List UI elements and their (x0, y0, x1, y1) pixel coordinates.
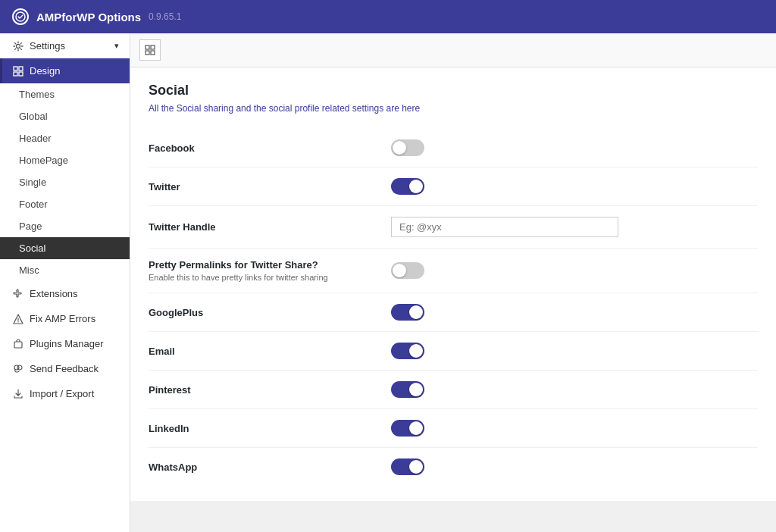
toggle-whatsapp[interactable] (391, 458, 424, 475)
sidebar-sub-misc[interactable]: Misc (0, 259, 130, 281)
label-twitter-handle: Twitter Handle (149, 221, 391, 233)
import-icon (13, 389, 23, 399)
sidebar-sub-page[interactable]: Page (0, 215, 130, 237)
sidebar-item-fix-amp[interactable]: Fix AMP Errors (0, 306, 130, 331)
feedback-label: Send Feedback (30, 363, 99, 374)
section-title: Social (149, 83, 758, 99)
grid-icon[interactable] (139, 39, 161, 61)
sidebar-sub-single[interactable]: Single (0, 171, 130, 193)
row-pinterest: Pinterest (149, 371, 758, 409)
app-title: AMPforWP Options (36, 11, 141, 23)
row-googleplus: GooglePlus (149, 293, 758, 332)
twitter-handle-input[interactable] (391, 217, 618, 237)
settings-icon (13, 41, 23, 52)
top-bar: AMPforWP Options 0.9.65.1 (0, 0, 776, 33)
toggle-linkedin[interactable] (391, 420, 424, 437)
label-facebook: Facebook (149, 142, 391, 154)
main-area: Social All the Social sharing and the so… (130, 33, 776, 532)
design-label: Design (30, 65, 60, 77)
label-twitter: Twitter (149, 181, 391, 192)
sidebar-item-settings[interactable]: Settings ▾ (0, 33, 130, 58)
extensions-icon (13, 289, 23, 299)
control-email (391, 343, 758, 359)
app-version: 0.9.65.1 (149, 11, 181, 22)
svg-point-8 (17, 365, 22, 370)
design-icon (13, 66, 23, 77)
toggle-whatsapp-knob (409, 460, 423, 474)
toggle-pretty-permalinks-knob (393, 264, 406, 277)
row-linkedin: LinkedIn (149, 409, 758, 448)
label-googleplus: GooglePlus (149, 307, 391, 318)
svg-rect-3 (19, 67, 23, 70)
control-whatsapp (391, 458, 758, 475)
toggle-linkedin-knob (409, 421, 423, 435)
toggle-email[interactable] (391, 343, 424, 359)
svg-rect-2 (14, 67, 17, 70)
control-pinterest (391, 381, 758, 398)
import-label: Import / Export (30, 388, 94, 399)
row-twitter-handle: Twitter Handle (149, 206, 758, 249)
toggle-pinterest[interactable] (391, 381, 424, 398)
label-linkedin: LinkedIn (149, 423, 391, 434)
label-whatsapp: WhatsApp (149, 462, 391, 473)
svg-rect-9 (146, 45, 149, 49)
plugins-icon (13, 339, 23, 349)
sidebar-sub-social[interactable]: Social (0, 237, 130, 259)
svg-rect-6 (14, 342, 22, 348)
toggle-googleplus-knob (409, 305, 423, 319)
sidebar-sub-footer[interactable]: Footer (0, 193, 130, 215)
control-linkedin (391, 420, 758, 437)
section-subtitle: All the Social sharing and the social pr… (149, 103, 758, 114)
sidebar: Settings ▾ Design Themes Global Header H… (0, 33, 130, 532)
svg-rect-4 (14, 72, 17, 76)
label-pinterest: Pinterest (149, 384, 391, 396)
svg-rect-10 (151, 45, 155, 49)
toolbar (130, 33, 776, 67)
row-pretty-permalinks: Pretty Permalinks for Twitter Share? Ena… (149, 249, 758, 293)
toggle-pretty-permalinks[interactable] (391, 262, 424, 279)
row-twitter: Twitter (149, 167, 758, 206)
svg-rect-11 (146, 51, 149, 55)
plugins-label: Plugins Manager (30, 338, 104, 349)
feedback-icon (13, 364, 23, 374)
settings-label: Settings (30, 40, 65, 52)
sidebar-item-feedback[interactable]: Send Feedback (0, 356, 130, 381)
fix-amp-icon (13, 314, 23, 324)
sidebar-sub-header[interactable]: Header (0, 127, 130, 149)
sidebar-item-import[interactable]: Import / Export (0, 381, 130, 406)
label-email: Email (149, 346, 391, 357)
content-area: Social All the Social sharing and the so… (130, 67, 776, 501)
toggle-twitter[interactable] (391, 178, 424, 195)
row-whatsapp: WhatsApp (149, 448, 758, 486)
svg-rect-12 (151, 51, 155, 55)
chevron-icon: ▾ (114, 41, 119, 51)
svg-rect-5 (19, 72, 23, 76)
row-facebook: Facebook (149, 129, 758, 167)
sidebar-sub-global[interactable]: Global (0, 105, 130, 127)
sidebar-item-design[interactable]: Design (0, 58, 130, 83)
control-googleplus (391, 304, 758, 321)
toggle-email-knob (409, 344, 423, 358)
label-pretty-permalinks: Pretty Permalinks for Twitter Share? Ena… (149, 259, 391, 282)
control-pretty-permalinks (391, 262, 758, 279)
toggle-facebook[interactable] (391, 139, 424, 156)
fix-amp-label: Fix AMP Errors (30, 313, 95, 324)
sidebar-sub-homepage[interactable]: HomePage (0, 149, 130, 171)
sidebar-item-plugins[interactable]: Plugins Manager (0, 331, 130, 356)
control-facebook (391, 139, 758, 156)
sub-label-pretty-permalinks: Enable this to have pretty links for twi… (149, 273, 391, 282)
svg-point-1 (17, 44, 20, 48)
toggle-googleplus[interactable] (391, 304, 424, 321)
control-twitter-handle (391, 217, 758, 237)
extensions-label: Extensions (30, 288, 78, 299)
sidebar-sub-themes[interactable]: Themes (0, 83, 130, 105)
control-twitter (391, 178, 758, 195)
sidebar-item-extensions[interactable]: Extensions (0, 281, 130, 306)
toggle-twitter-knob (409, 180, 423, 193)
row-email: Email (149, 332, 758, 371)
toggle-pinterest-knob (409, 383, 423, 396)
app-logo (12, 8, 29, 25)
toggle-facebook-knob (393, 141, 406, 155)
